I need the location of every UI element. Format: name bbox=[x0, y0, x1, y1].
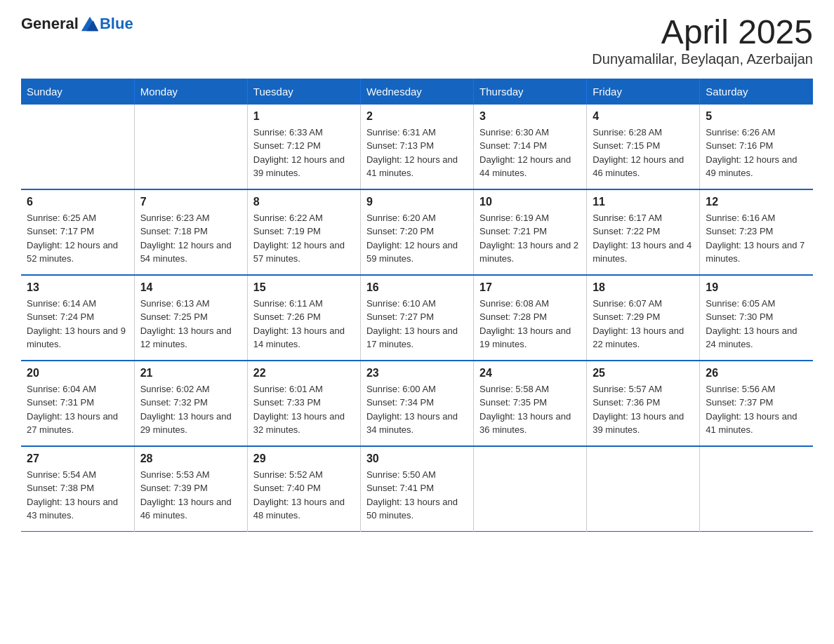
day-info: Sunrise: 6:33 AMSunset: 7:12 PMDaylight:… bbox=[253, 126, 355, 180]
day-cell: 14Sunrise: 6:13 AMSunset: 7:25 PMDayligh… bbox=[134, 275, 247, 361]
day-cell: 13Sunrise: 6:14 AMSunset: 7:24 PMDayligh… bbox=[21, 275, 134, 361]
day-info: Sunrise: 6:13 AMSunset: 7:25 PMDaylight:… bbox=[140, 297, 241, 351]
day-cell: 9Sunrise: 6:20 AMSunset: 7:20 PMDaylight… bbox=[360, 189, 473, 275]
day-cell: 17Sunrise: 6:08 AMSunset: 7:28 PMDayligh… bbox=[474, 275, 587, 361]
week-row-3: 13Sunrise: 6:14 AMSunset: 7:24 PMDayligh… bbox=[21, 275, 813, 361]
day-cell bbox=[587, 446, 700, 532]
day-number: 16 bbox=[366, 281, 468, 294]
day-cell: 11Sunrise: 6:17 AMSunset: 7:22 PMDayligh… bbox=[587, 189, 700, 275]
day-number: 14 bbox=[140, 281, 241, 294]
day-info: Sunrise: 5:53 AMSunset: 7:39 PMDaylight:… bbox=[140, 468, 241, 523]
day-cell: 24Sunrise: 5:58 AMSunset: 7:35 PMDayligh… bbox=[474, 361, 587, 446]
day-info: Sunrise: 6:10 AMSunset: 7:27 PMDaylight:… bbox=[366, 297, 468, 351]
day-info: Sunrise: 6:17 AMSunset: 7:22 PMDaylight:… bbox=[593, 211, 694, 266]
day-cell bbox=[700, 446, 813, 532]
day-number: 15 bbox=[253, 281, 355, 294]
day-cell bbox=[134, 105, 247, 189]
day-cell: 26Sunrise: 5:56 AMSunset: 7:37 PMDayligh… bbox=[700, 361, 813, 446]
calendar-table: SundayMondayTuesdayWednesdayThursdayFrid… bbox=[21, 79, 813, 532]
day-info: Sunrise: 6:01 AMSunset: 7:33 PMDaylight:… bbox=[253, 382, 355, 437]
header-tuesday: Tuesday bbox=[247, 79, 360, 105]
header-saturday: Saturday bbox=[700, 79, 813, 105]
header-wednesday: Wednesday bbox=[360, 79, 473, 105]
day-cell: 3Sunrise: 6:30 AMSunset: 7:14 PMDaylight… bbox=[474, 105, 587, 189]
day-cell bbox=[21, 105, 134, 189]
day-info: Sunrise: 5:50 AMSunset: 7:41 PMDaylight:… bbox=[366, 468, 468, 523]
day-info: Sunrise: 6:11 AMSunset: 7:26 PMDaylight:… bbox=[253, 297, 355, 351]
day-info: Sunrise: 6:25 AMSunset: 7:17 PMDaylight:… bbox=[27, 211, 128, 266]
day-cell: 20Sunrise: 6:04 AMSunset: 7:31 PMDayligh… bbox=[21, 361, 134, 446]
day-cell: 1Sunrise: 6:33 AMSunset: 7:12 PMDaylight… bbox=[247, 105, 360, 189]
day-info: Sunrise: 6:31 AMSunset: 7:13 PMDaylight:… bbox=[366, 126, 468, 180]
day-info: Sunrise: 5:56 AMSunset: 7:37 PMDaylight:… bbox=[706, 382, 807, 437]
calendar-title: April 2025 bbox=[592, 14, 813, 51]
day-cell bbox=[474, 446, 587, 532]
day-cell: 16Sunrise: 6:10 AMSunset: 7:27 PMDayligh… bbox=[360, 275, 473, 361]
day-cell: 30Sunrise: 5:50 AMSunset: 7:41 PMDayligh… bbox=[360, 446, 473, 532]
day-number: 26 bbox=[706, 367, 807, 380]
day-number: 6 bbox=[27, 196, 128, 208]
day-number: 25 bbox=[593, 367, 694, 380]
day-cell: 21Sunrise: 6:02 AMSunset: 7:32 PMDayligh… bbox=[134, 361, 247, 446]
day-number: 17 bbox=[479, 281, 581, 294]
day-number: 9 bbox=[366, 196, 468, 208]
day-number: 24 bbox=[479, 367, 581, 380]
day-number: 11 bbox=[593, 196, 694, 208]
day-number: 5 bbox=[706, 110, 807, 123]
title-block: April 2025 Dunyamalilar, Beylaqan, Azerb… bbox=[592, 14, 813, 67]
day-info: Sunrise: 6:05 AMSunset: 7:30 PMDaylight:… bbox=[706, 297, 807, 351]
day-number: 7 bbox=[140, 196, 241, 208]
day-info: Sunrise: 6:22 AMSunset: 7:19 PMDaylight:… bbox=[253, 211, 355, 266]
logo-text-general: General bbox=[21, 15, 79, 33]
day-cell: 19Sunrise: 6:05 AMSunset: 7:30 PMDayligh… bbox=[700, 275, 813, 361]
day-number: 2 bbox=[366, 110, 468, 123]
day-number: 22 bbox=[253, 367, 355, 380]
day-number: 1 bbox=[253, 110, 355, 123]
day-number: 13 bbox=[27, 281, 128, 294]
day-number: 4 bbox=[593, 110, 694, 123]
day-cell: 28Sunrise: 5:53 AMSunset: 7:39 PMDayligh… bbox=[134, 446, 247, 532]
day-info: Sunrise: 6:08 AMSunset: 7:28 PMDaylight:… bbox=[479, 297, 581, 351]
calendar-header-row: SundayMondayTuesdayWednesdayThursdayFrid… bbox=[21, 79, 813, 105]
day-number: 10 bbox=[479, 196, 581, 208]
day-number: 20 bbox=[27, 367, 128, 380]
day-number: 3 bbox=[479, 110, 581, 123]
day-number: 8 bbox=[253, 196, 355, 208]
day-info: Sunrise: 6:07 AMSunset: 7:29 PMDaylight:… bbox=[593, 297, 694, 351]
day-info: Sunrise: 6:30 AMSunset: 7:14 PMDaylight:… bbox=[479, 126, 581, 180]
day-number: 18 bbox=[593, 281, 694, 294]
week-row-2: 6Sunrise: 6:25 AMSunset: 7:17 PMDaylight… bbox=[21, 189, 813, 275]
day-cell: 2Sunrise: 6:31 AMSunset: 7:13 PMDaylight… bbox=[360, 105, 473, 189]
day-cell: 18Sunrise: 6:07 AMSunset: 7:29 PMDayligh… bbox=[587, 275, 700, 361]
day-number: 27 bbox=[27, 452, 128, 465]
day-cell: 23Sunrise: 6:00 AMSunset: 7:34 PMDayligh… bbox=[360, 361, 473, 446]
day-cell: 15Sunrise: 6:11 AMSunset: 7:26 PMDayligh… bbox=[247, 275, 360, 361]
day-info: Sunrise: 6:23 AMSunset: 7:18 PMDaylight:… bbox=[140, 211, 241, 266]
day-cell: 25Sunrise: 5:57 AMSunset: 7:36 PMDayligh… bbox=[587, 361, 700, 446]
day-info: Sunrise: 6:04 AMSunset: 7:31 PMDaylight:… bbox=[27, 382, 128, 437]
day-cell: 6Sunrise: 6:25 AMSunset: 7:17 PMDaylight… bbox=[21, 189, 134, 275]
logo: General Blue bbox=[21, 14, 133, 34]
day-number: 12 bbox=[706, 196, 807, 208]
day-number: 21 bbox=[140, 367, 241, 380]
day-info: Sunrise: 6:16 AMSunset: 7:23 PMDaylight:… bbox=[706, 211, 807, 266]
week-row-4: 20Sunrise: 6:04 AMSunset: 7:31 PMDayligh… bbox=[21, 361, 813, 446]
day-cell: 22Sunrise: 6:01 AMSunset: 7:33 PMDayligh… bbox=[247, 361, 360, 446]
logo-icon bbox=[80, 14, 100, 34]
day-cell: 4Sunrise: 6:28 AMSunset: 7:15 PMDaylight… bbox=[587, 105, 700, 189]
day-info: Sunrise: 6:26 AMSunset: 7:16 PMDaylight:… bbox=[706, 126, 807, 180]
day-info: Sunrise: 6:00 AMSunset: 7:34 PMDaylight:… bbox=[366, 382, 468, 437]
day-info: Sunrise: 6:28 AMSunset: 7:15 PMDaylight:… bbox=[593, 126, 694, 180]
day-info: Sunrise: 5:54 AMSunset: 7:38 PMDaylight:… bbox=[27, 468, 128, 523]
day-number: 28 bbox=[140, 452, 241, 465]
header-friday: Friday bbox=[587, 79, 700, 105]
day-cell: 27Sunrise: 5:54 AMSunset: 7:38 PMDayligh… bbox=[21, 446, 134, 532]
week-row-5: 27Sunrise: 5:54 AMSunset: 7:38 PMDayligh… bbox=[21, 446, 813, 532]
day-info: Sunrise: 5:58 AMSunset: 7:35 PMDaylight:… bbox=[479, 382, 581, 437]
logo-text-blue: Blue bbox=[100, 15, 133, 33]
day-info: Sunrise: 6:02 AMSunset: 7:32 PMDaylight:… bbox=[140, 382, 241, 437]
day-cell: 10Sunrise: 6:19 AMSunset: 7:21 PMDayligh… bbox=[474, 189, 587, 275]
day-cell: 5Sunrise: 6:26 AMSunset: 7:16 PMDaylight… bbox=[700, 105, 813, 189]
header-sunday: Sunday bbox=[21, 79, 134, 105]
day-cell: 8Sunrise: 6:22 AMSunset: 7:19 PMDaylight… bbox=[247, 189, 360, 275]
